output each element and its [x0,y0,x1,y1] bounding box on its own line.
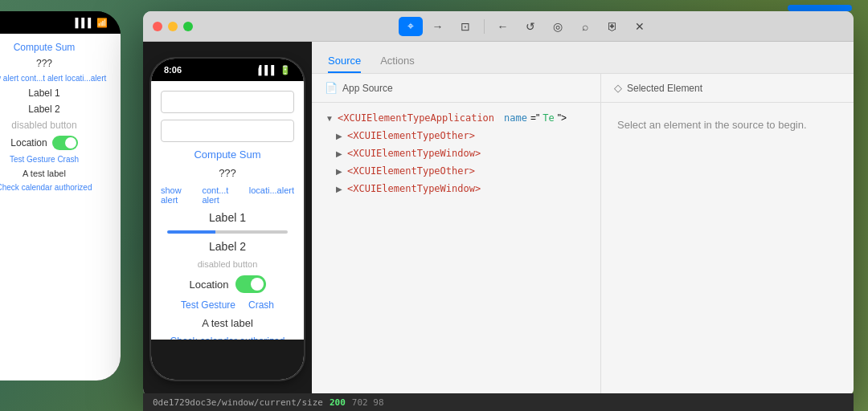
tree-quote-close: "> [558,112,567,124]
tree-toggle-c2[interactable]: ▶ [334,149,344,158]
app-source-pane: 📄 App Source ▼ <XCUIElementTypeApplicati… [312,74,601,397]
left-label2: Label 2 [0,104,108,115]
traffic-lights [153,22,193,31]
left-qqq: ??? [0,58,108,69]
left-phone-frame: 8:06 ▌▌▌ 📶 Compute Sum ??? show alert co… [0,11,121,380]
phone-compute-sum-btn[interactable]: Compute Sum [161,149,294,161]
selected-element-icon: ◇ [614,82,622,94]
phone-alert-buttons: show alert cont...t alert locati...alert [161,185,294,205]
tree-attr-name-root: name [504,112,527,124]
phone-show-alert-btn[interactable]: show alert [161,185,199,205]
phone-gesture-row: Test Gesture Crash [161,299,294,311]
phone-disabled-button: disabled button [161,259,294,269]
left-disabled-btn: disabled button [0,120,108,131]
source-tree[interactable]: ▼ <XCUIElementTypeApplication name =" Te… [312,103,600,397]
tree-element-window1: <XCUIElementTypeWindow> [347,148,481,159]
phone-crash-btn[interactable]: Crash [248,299,274,311]
arrow-tool-button[interactable]: → [426,17,450,36]
phone-time: 8:06 [164,65,182,75]
pointer-tool-button[interactable]: ⌖ [399,17,423,36]
record-button[interactable]: ⊡ [453,17,477,36]
phone-notch [195,59,260,73]
left-gesture-row: Test Gesture Crash [0,155,108,164]
phone-slider[interactable] [167,230,288,234]
tree-element-other1: <XCUIElementTypeOther> [347,130,475,141]
title-bar: ⌖ → ⊡ ← ↺ ◎ ⌕ ⛨ ✕ [143,11,854,42]
phone-signal-icons: ▌▌▌ 🔋 [259,65,291,75]
phone-input-1 [161,91,294,113]
left-toggle [52,136,78,150]
left-phone-status-bar: 8:06 ▌▌▌ 📶 [0,11,121,34]
inspector-content: 📄 App Source ▼ <XCUIElementTypeApplicati… [312,74,854,397]
app-source-icon: 📄 [325,82,338,94]
phone-location-label: Location [189,279,228,291]
phone-app-content: Compute Sum ??? show alert cont...t aler… [151,81,304,356]
tree-element-window2: <XCUIElementTypeWindow> [347,183,481,194]
status-code: 200 [330,397,346,408]
tree-item-root[interactable]: ▼ <XCUIElementTypeApplication name =" Te… [312,109,600,127]
left-location-row: Location [0,136,108,150]
left-phone-background: 8:06 ▌▌▌ 📶 Compute Sum ??? show alert co… [0,0,143,411]
phone-location-row: Location [161,275,294,293]
inspector-panel: Source Actions 📄 App Source ▼ <XCUIElem [312,42,854,397]
back-button[interactable]: ← [491,17,515,36]
maximize-button[interactable] [183,22,193,31]
tree-toggle-c1[interactable]: ▶ [334,131,344,140]
phone-location-toggle[interactable] [235,275,266,293]
phone-qqq-label: ??? [161,167,294,179]
inspector-tabs: Source Actions [312,42,854,74]
tree-equals: =" [530,112,539,124]
minimize-button[interactable] [168,22,178,31]
phone-test-gesture-btn[interactable]: Test Gesture [181,299,235,311]
phone-slider-container [161,230,294,234]
phone-simulator-area: 8:06 ▌▌▌ 🔋 Compute Sum ??? show alert co… [143,42,312,397]
shield-button[interactable]: ⛨ [600,17,624,36]
left-phone-content: Compute Sum ??? show alert cont...t aler… [0,34,121,380]
phone-label2: Label 2 [161,240,294,253]
tree-toggle-c3[interactable]: ▶ [334,166,344,176]
close-button[interactable] [153,22,162,31]
progress-bar [788,5,852,11]
content-area: 8:06 ▌▌▌ 🔋 Compute Sum ??? show alert co… [143,42,854,397]
tree-toggle-root[interactable]: ▼ [325,113,334,123]
selected-element-header: ◇ Selected Element [601,74,854,103]
tree-item-window-1[interactable]: ▶ <XCUIElementTypeWindow> [312,144,600,162]
selected-element-placeholder: Select an element in the source to begin… [601,103,854,397]
eye-button[interactable]: ◎ [546,17,570,36]
app-source-title: App Source [342,83,393,94]
tree-attr-value-root: Te [542,112,554,124]
refresh-button[interactable]: ↺ [518,17,542,36]
phone-screen: 8:06 ▌▌▌ 🔋 Compute Sum ??? show alert co… [151,59,304,380]
left-phone-signal: ▌▌▌ 📶 [76,18,108,28]
left-test-label: A test label [0,169,108,178]
left-label1: Label 1 [0,87,108,99]
tree-element-application: <XCUIElementTypeApplication [338,112,494,124]
selected-element-title: Selected Element [627,83,702,94]
selected-element-pane: ◇ Selected Element Select an element in … [601,74,854,397]
main-window: ⌖ → ⊡ ← ↺ ◎ ⌕ ⛨ ✕ 8:06 ▌▌▌ 🔋 [143,11,854,397]
tree-toggle-c4[interactable]: ▶ [334,184,344,193]
phone-input-2 [161,120,294,142]
tree-item-window-2[interactable]: ▶ <XCUIElementTypeWindow> [312,180,600,197]
phone-a-test-label: A test label [161,317,294,329]
phone-locati-alert-btn[interactable]: locati...alert [249,185,294,205]
left-calendar: Check calendar authorized [0,183,108,192]
status-path: 0de1729doc3e/window/current/size [153,397,323,408]
phone-frame: 8:06 ▌▌▌ 🔋 Compute Sum ??? show alert co… [151,59,304,380]
status-numbers: 702 98 [352,397,384,408]
left-alerts: show alert cont...t alert locati...alert [0,74,108,83]
tab-actions[interactable]: Actions [380,48,415,73]
phone-home-bar-area [151,340,304,380]
close-x-button[interactable]: ✕ [628,17,652,36]
tree-item-other-1[interactable]: ▶ <XCUIElementTypeOther> [312,127,600,144]
toolbar: ⌖ → ⊡ ← ↺ ◎ ⌕ ⛨ ✕ [399,17,652,36]
search-button[interactable]: ⌕ [573,17,597,36]
phone-label1: Label 1 [161,211,294,224]
left-compute-sum: Compute Sum [0,42,108,53]
tree-element-other2: <XCUIElementTypeOther> [347,165,475,177]
selected-element-hint: Select an element in the source to begin… [617,119,807,131]
tree-item-other-2[interactable]: ▶ <XCUIElementTypeOther> [312,162,600,180]
phone-cont-alert-btn[interactable]: cont...t alert [202,185,245,205]
app-source-header: 📄 App Source [312,74,600,103]
tab-source[interactable]: Source [328,48,361,73]
